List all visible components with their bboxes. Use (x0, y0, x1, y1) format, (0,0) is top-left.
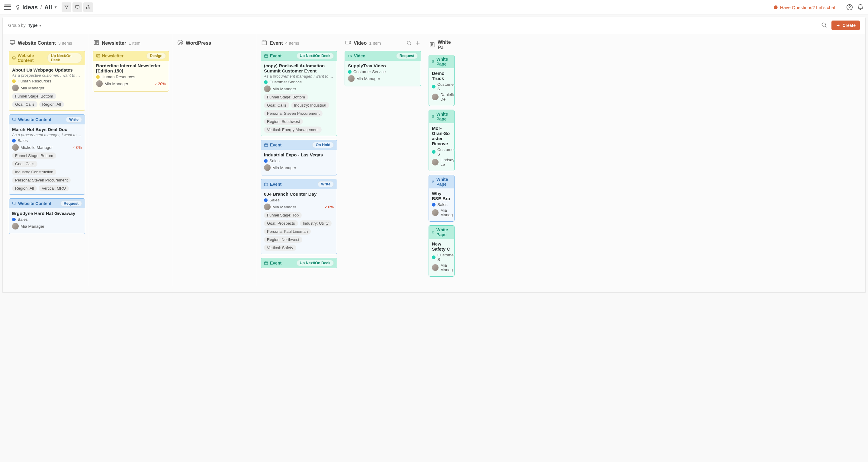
card-percent: 0% (73, 145, 82, 150)
bell-icon[interactable] (857, 4, 864, 10)
card-category: Customer S (432, 147, 451, 156)
column-header: Newsletter 1 Item (93, 34, 169, 51)
card-tags: Funnel Stage: BottomGoal: CallsIndustry:… (264, 94, 334, 133)
card[interactable]: Website Content Write March Hot Buys Dea… (9, 115, 85, 195)
card-status: Design (147, 53, 166, 59)
avatar (432, 94, 438, 100)
card-header: Event On Hold (261, 140, 337, 150)
card[interactable]: White Pape Demo Truck Customer SDanielle… (429, 55, 455, 106)
card-category: Sales (264, 158, 334, 163)
breadcrumb[interactable]: Ideas / All ▼ (22, 4, 57, 11)
card[interactable]: White Pape New Safety C Customer SMia Ma… (429, 225, 455, 277)
avatar (12, 223, 19, 229)
card-status: Write (66, 117, 82, 123)
svg-point-16 (407, 41, 410, 44)
card-status: Write (318, 181, 334, 187)
avatar (12, 144, 19, 151)
card[interactable]: White Pape Mor-Gran-So aster Recove Cust… (429, 110, 455, 171)
tag: Vertical: Safety (264, 245, 296, 251)
group-by-label: Group by (8, 23, 26, 28)
card-category: Customer S (432, 253, 451, 262)
tag: Persona: Steven Procurement (12, 177, 71, 183)
card-owner: Mia Manager (12, 85, 82, 91)
card-type: Event (264, 260, 281, 266)
breadcrumb-separator: / (40, 4, 42, 11)
filter-button[interactable] (62, 2, 71, 12)
column-header: Video 1 Item (345, 34, 421, 51)
svg-rect-3 (10, 40, 15, 43)
column-video: Video 1 Item Video Request SupplyTrax Vi… (341, 34, 425, 286)
video-icon (345, 39, 351, 47)
card-header: White Pape (429, 225, 454, 239)
help-icon[interactable] (846, 4, 853, 10)
svg-rect-10 (262, 41, 267, 45)
card-type: White Pape (432, 57, 451, 66)
svg-rect-19 (433, 61, 434, 63)
search-button[interactable] (821, 22, 827, 29)
card-status: Request (396, 53, 418, 59)
svg-rect-12 (265, 144, 268, 147)
card-type: Website Content (12, 201, 51, 206)
card[interactable]: Event Up Next/On Deck (copy) Rockwell Au… (261, 51, 337, 136)
column-title: Website Content (18, 40, 56, 46)
column-title: Event (270, 40, 283, 46)
column-header: WordPress (177, 34, 253, 51)
tag: Region: Southwest (264, 118, 303, 125)
avatar (432, 159, 438, 165)
create-label: Create (842, 23, 856, 28)
chevron-down-icon: ▼ (39, 24, 42, 27)
tag: Vertical: Energy Management (264, 126, 322, 133)
column-header: White Pa (429, 34, 455, 55)
card[interactable]: Website Content Request Ergodyne Hard Ha… (9, 198, 85, 234)
menu-icon[interactable] (4, 4, 11, 10)
column-header: Event 4 Items (261, 34, 337, 51)
group-by-value[interactable]: Type ▼ (28, 23, 42, 28)
card-tags: Funnel Stage: BottomGoal: CallsRegion: A… (12, 93, 82, 107)
card-status: Up Next/On Deck (297, 260, 334, 266)
tag: Region: All (39, 101, 64, 107)
card-header: Event Up Next/On Deck (261, 258, 337, 268)
card-title: New Safety C (432, 241, 451, 251)
tag: Funnel Stage: Top (264, 212, 302, 218)
chat-link[interactable]: Have Questions? Let's chat! (773, 4, 837, 10)
card-owner: Mia Manager20% (96, 80, 166, 87)
tag: Goal: Calls (12, 101, 37, 107)
chevron-down-icon[interactable]: ▼ (54, 5, 57, 9)
svg-rect-15 (346, 41, 349, 44)
card-header: White Pape (429, 110, 454, 123)
svg-rect-6 (13, 202, 16, 204)
card[interactable]: White Pape Why BSE Bra SalesMia Manag (429, 175, 455, 222)
create-button[interactable]: ＋ Create (832, 21, 860, 30)
card-type: White Pape (432, 112, 451, 121)
card[interactable]: Newsletter Design Borderline Internal Ne… (93, 51, 169, 92)
card-type: Newsletter (96, 54, 124, 58)
card-header: Newsletter Design (93, 51, 169, 61)
search-icon[interactable] (406, 40, 412, 46)
share-button[interactable] (83, 2, 93, 12)
card-owner: Danielle De (432, 92, 451, 101)
card[interactable]: Event Up Next/On Deck (261, 258, 337, 268)
card-description: As a procurement manager, I want to und… (264, 74, 334, 79)
plus-icon[interactable] (415, 40, 421, 46)
display-button[interactable] (72, 2, 82, 12)
card[interactable]: Website Content Up Next/On Deck About Us… (9, 51, 85, 111)
card-title: Why BSE Bra (432, 191, 451, 201)
card-category: Sales (12, 138, 82, 143)
tag: Industry: Construction (12, 169, 56, 175)
card-status: On Hold (312, 142, 334, 148)
card-title: (copy) Rockwell Automation Summit Custom… (264, 63, 334, 73)
tag: Goal: Prospects (264, 220, 298, 226)
card[interactable]: Event On Hold Industrial Expo - Las Vega… (261, 140, 337, 176)
card-type: White Pape (432, 227, 451, 237)
breadcrumb-view: All (44, 4, 52, 11)
card-owner: Mia Manager0% (264, 204, 334, 210)
card[interactable]: Event Write 004 Branch Counter Day Sales… (261, 179, 337, 254)
column-title: White Pa (438, 39, 452, 51)
tag: Region: All (12, 185, 37, 191)
card[interactable]: Video Request SupplyTrax Video Customer … (345, 51, 421, 86)
card-header: Event Up Next/On Deck (261, 51, 337, 61)
tag: Region: Northwest (264, 237, 302, 243)
card-type: Event (264, 143, 281, 147)
kanban-board: Website Content 3 Items Website Content … (2, 34, 866, 292)
card-owner: Mia Manag (432, 263, 451, 272)
